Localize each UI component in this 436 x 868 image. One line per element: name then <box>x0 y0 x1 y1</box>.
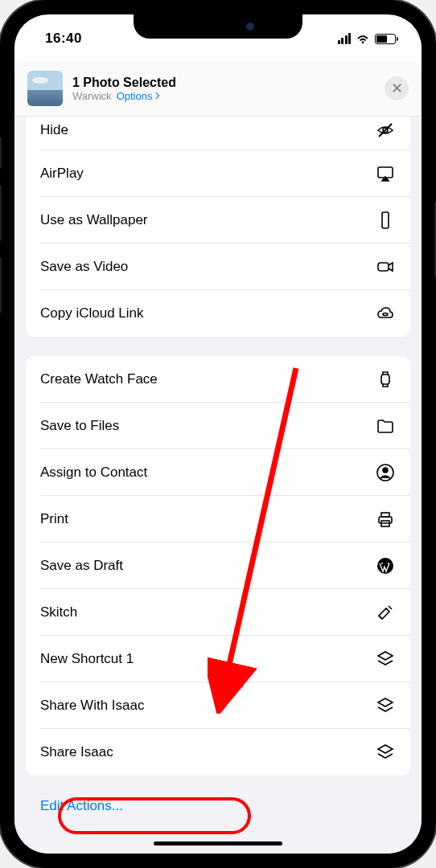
layers-icon <box>375 695 396 716</box>
status-time: 16:40 <box>45 31 82 47</box>
phone-icon <box>375 210 396 231</box>
printer-icon <box>375 509 396 530</box>
svg-rect-4 <box>382 212 389 228</box>
wordpress-icon <box>375 555 396 576</box>
eye-slash-icon <box>375 120 396 141</box>
action-share-with-isaac[interactable]: Share With Isaac <box>26 682 410 729</box>
share-sheet: 1 Photo Selected Warwick Options ✕ <box>14 61 422 854</box>
svg-point-13 <box>377 558 393 574</box>
close-icon: ✕ <box>391 81 403 96</box>
action-save-files[interactable]: Save to Files <box>26 403 410 449</box>
cellular-icon <box>338 33 352 44</box>
volume-down-button <box>0 257 2 313</box>
sheet-header: 1 Photo Selected Warwick Options ✕ <box>14 61 422 116</box>
svg-point-6 <box>383 313 388 316</box>
skitch-icon <box>375 602 396 623</box>
action-icloud-link[interactable]: Copy iCloud Link <box>26 290 410 337</box>
svg-point-9 <box>383 468 388 473</box>
wifi-icon <box>356 33 370 44</box>
svg-rect-5 <box>378 263 389 271</box>
action-wallpaper[interactable]: Use as Wallpaper <box>26 197 410 244</box>
edit-actions-button[interactable]: Edit Actions... <box>26 785 410 827</box>
options-button[interactable]: Options <box>117 90 159 102</box>
layers-icon <box>375 742 396 763</box>
cloud-link-icon <box>375 303 396 324</box>
mute-switch <box>0 137 2 169</box>
folder-icon <box>375 416 396 436</box>
action-save-video[interactable]: Save as Video <box>26 244 410 290</box>
notch <box>134 14 302 39</box>
airplay-icon <box>375 163 396 184</box>
svg-rect-11 <box>381 513 389 517</box>
action-save-draft[interactable]: Save as Draft <box>26 542 410 589</box>
chevron-right-icon <box>153 92 159 99</box>
action-skitch[interactable]: Skitch <box>26 589 410 636</box>
video-icon <box>375 256 396 277</box>
battery-icon <box>375 34 396 44</box>
screen: 16:40 1 Photo Selected Warwick Options <box>14 14 422 854</box>
actions-group-2: Create Watch Face Save to Files Assign t… <box>26 356 410 776</box>
action-print[interactable]: Print <box>26 496 410 542</box>
header-location: Warwick <box>72 90 112 102</box>
layers-icon <box>375 649 396 669</box>
action-share-isaac[interactable]: Share Isaac <box>26 729 410 776</box>
actions-group-1: Hide AirPlay Use as Wallpaper Save as Vi… <box>26 117 410 337</box>
svg-rect-7 <box>381 375 389 384</box>
action-assign-contact[interactable]: Assign to Contact <box>26 449 410 496</box>
watch-icon <box>375 369 396 390</box>
header-title: 1 Photo Selected <box>72 76 375 90</box>
phone-frame: 16:40 1 Photo Selected Warwick Options <box>0 0 436 868</box>
close-button[interactable]: ✕ <box>385 76 409 100</box>
action-watch-face[interactable]: Create Watch Face <box>26 356 410 403</box>
action-shortcut-1[interactable]: New Shortcut 1 <box>26 636 410 682</box>
svg-line-2 <box>379 124 392 137</box>
home-indicator[interactable] <box>154 841 282 845</box>
actions-list[interactable]: Hide AirPlay Use as Wallpaper Save as Vi… <box>14 117 422 854</box>
volume-up-button <box>0 185 2 241</box>
svg-point-0 <box>362 41 364 43</box>
person-circle-icon <box>375 462 396 483</box>
action-airplay[interactable]: AirPlay <box>26 150 410 197</box>
status-icons <box>338 33 397 44</box>
action-hide[interactable]: Hide <box>26 117 410 150</box>
photo-thumbnail[interactable] <box>27 71 63 106</box>
